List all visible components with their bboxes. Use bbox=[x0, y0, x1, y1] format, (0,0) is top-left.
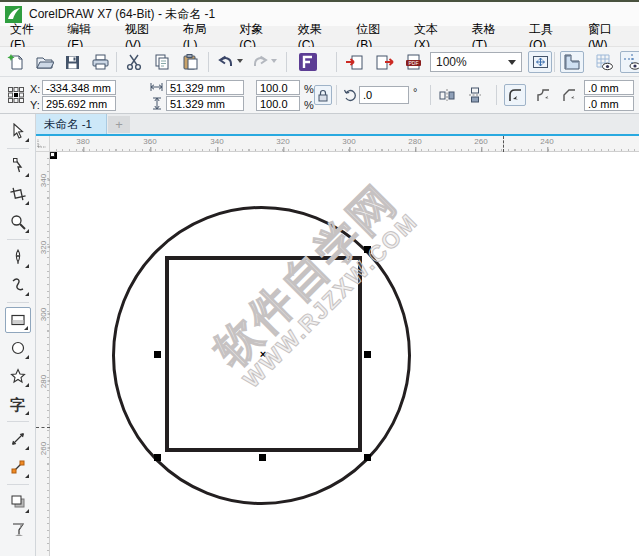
scale-vertical-field[interactable]: 100.0 bbox=[256, 96, 300, 111]
zoom-level-select[interactable]: 100% bbox=[430, 52, 522, 72]
rectangle-tool[interactable] bbox=[5, 307, 31, 333]
rect-corner-node[interactable] bbox=[50, 152, 55, 157]
propbar-separator bbox=[430, 85, 431, 105]
object-height-field[interactable]: 51.329 mm bbox=[166, 96, 244, 111]
new-document-icon bbox=[7, 53, 25, 71]
selection-handle-bottom-left[interactable] bbox=[364, 454, 371, 461]
fullscreen-preview-button[interactable] bbox=[528, 51, 552, 73]
polygon-tool-icon bbox=[10, 368, 26, 384]
dimension-tool[interactable] bbox=[5, 426, 31, 452]
cut-scissors-icon bbox=[125, 53, 143, 71]
show-rulers-button[interactable] bbox=[560, 51, 584, 73]
zoom-tool[interactable] bbox=[5, 209, 31, 235]
object-width-field[interactable]: 51.329 mm bbox=[166, 80, 244, 95]
y-position-field[interactable]: 295.692 mm bbox=[42, 96, 116, 111]
text-tool-icon: 字 bbox=[10, 397, 25, 412]
mirror-horizontal-button[interactable] bbox=[436, 85, 458, 105]
polygon-tool[interactable] bbox=[5, 363, 31, 389]
drawing-canvas[interactable]: × 软件自学网 WWW.RJZXW.COM bbox=[50, 152, 639, 556]
scalloped-corner-icon bbox=[536, 88, 551, 103]
connector-tool[interactable] bbox=[5, 454, 31, 480]
toolbox-separator bbox=[7, 148, 29, 149]
hruler-label: 300 bbox=[342, 137, 355, 146]
new-document-tab-button[interactable]: + bbox=[108, 116, 130, 133]
selection-center-mark[interactable]: × bbox=[260, 348, 266, 360]
dimension-tool-icon bbox=[10, 431, 26, 447]
page-edge-marker bbox=[36, 427, 50, 428]
toolbar-separator bbox=[336, 52, 337, 72]
chamfered-corner-icon bbox=[562, 88, 577, 103]
shape-tool-icon bbox=[10, 158, 26, 174]
document-tab-bar: 未命名 -1 + bbox=[36, 114, 639, 136]
guidelines-icon bbox=[623, 53, 639, 71]
import-icon bbox=[345, 53, 364, 71]
crop-tool[interactable] bbox=[5, 181, 31, 207]
open-folder-icon bbox=[35, 53, 54, 71]
svg-text:PDF: PDF bbox=[408, 60, 418, 66]
shape-tool[interactable] bbox=[5, 153, 31, 179]
document-tab-label: 未命名 -1 bbox=[44, 117, 92, 132]
zoom-dropdown-caret bbox=[508, 60, 516, 65]
undo-icon bbox=[217, 53, 235, 71]
mirror-vertical-button[interactable] bbox=[464, 85, 486, 105]
corner-radius-bottom-field[interactable]: .0 mm bbox=[584, 96, 634, 111]
round-corner-button[interactable] bbox=[504, 84, 526, 106]
show-guidelines-button[interactable] bbox=[620, 51, 639, 73]
search-content-button[interactable] bbox=[296, 51, 320, 73]
export-button[interactable] bbox=[372, 51, 396, 73]
lock-ratio-button[interactable] bbox=[314, 85, 332, 105]
x-position-field[interactable]: -334.348 mm bbox=[42, 80, 116, 95]
connector-tool-icon bbox=[10, 459, 26, 475]
two-point-line-tool[interactable] bbox=[5, 272, 31, 298]
hruler-label: 380 bbox=[76, 137, 89, 146]
object-position-icon bbox=[4, 84, 28, 106]
redo-dropdown-caret[interactable] bbox=[271, 59, 277, 63]
save-button[interactable] bbox=[60, 51, 84, 73]
new-document-button[interactable] bbox=[4, 51, 28, 73]
redo-button[interactable] bbox=[248, 51, 272, 73]
corner-radius-top-field[interactable]: .0 mm bbox=[584, 80, 634, 95]
selection-handle-middle-left[interactable] bbox=[154, 454, 161, 461]
redo-icon bbox=[251, 53, 269, 71]
ellipse-tool[interactable] bbox=[5, 335, 31, 361]
selection-handle-middle-right[interactable] bbox=[259, 454, 266, 461]
paste-button[interactable] bbox=[178, 51, 202, 73]
copy-button[interactable] bbox=[150, 51, 174, 73]
ruler-origin-corner[interactable] bbox=[36, 136, 50, 152]
vertical-ruler[interactable]: 340 320 300 280 260 bbox=[36, 152, 50, 556]
undo-button[interactable] bbox=[214, 51, 238, 73]
show-grid-button[interactable] bbox=[592, 51, 616, 73]
publish-to-pdf-button[interactable]: PDF bbox=[402, 51, 426, 73]
scalloped-corner-button[interactable] bbox=[532, 84, 554, 106]
object-width-icon bbox=[150, 81, 163, 93]
lock-icon bbox=[317, 89, 329, 102]
freehand-tool[interactable] bbox=[5, 244, 31, 270]
open-button[interactable] bbox=[32, 51, 56, 73]
drop-shadow-tool[interactable] bbox=[5, 489, 31, 515]
vruler-label: 280 bbox=[39, 372, 48, 392]
selection-handle-top-left[interactable] bbox=[364, 246, 371, 253]
plus-icon: + bbox=[115, 117, 123, 132]
pick-tool[interactable] bbox=[5, 118, 31, 144]
ruler-icon bbox=[563, 53, 581, 71]
export-icon bbox=[375, 53, 394, 71]
curve-icon bbox=[10, 277, 26, 293]
x-position-label: X: bbox=[30, 83, 40, 95]
import-button[interactable] bbox=[342, 51, 366, 73]
transparency-tool[interactable] bbox=[5, 517, 31, 543]
print-button[interactable] bbox=[88, 51, 112, 73]
hruler-label: 260 bbox=[474, 137, 487, 146]
cut-button[interactable] bbox=[122, 51, 146, 73]
text-tool[interactable]: 字 bbox=[5, 391, 31, 417]
toolbox-separator bbox=[7, 484, 29, 485]
document-tab-active[interactable]: 未命名 -1 bbox=[36, 114, 107, 134]
chamfered-corner-button[interactable] bbox=[558, 84, 580, 106]
selection-handle-top-right[interactable] bbox=[364, 351, 371, 358]
undo-dropdown-caret[interactable] bbox=[237, 59, 243, 63]
selection-handle-top-center[interactable] bbox=[154, 351, 161, 358]
rotation-angle-field[interactable]: .0 bbox=[359, 86, 409, 104]
rectangle-tool-icon bbox=[10, 312, 26, 328]
horizontal-ruler[interactable]: 380 360 340 320 300 280 260 240 bbox=[50, 136, 639, 152]
drop-shadow-tool-icon bbox=[10, 494, 26, 510]
scale-horizontal-field[interactable]: 100.0 bbox=[256, 80, 300, 95]
